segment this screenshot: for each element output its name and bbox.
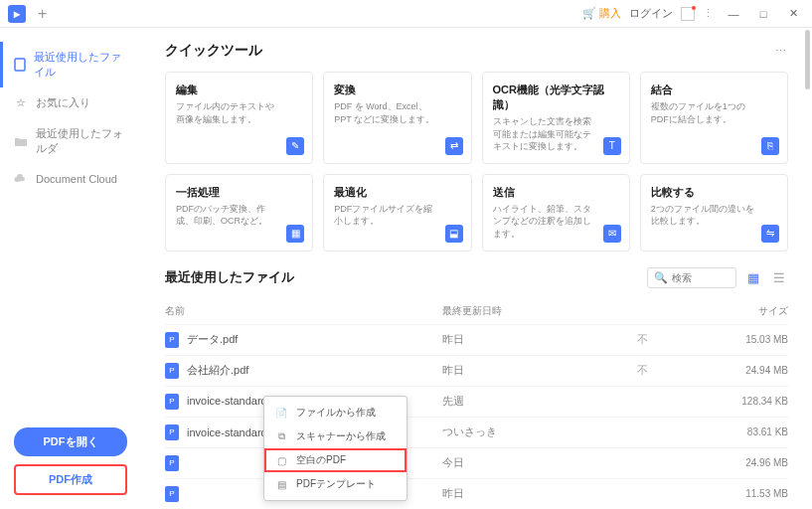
tool-card[interactable]: 変換PDF を Word、Excel、PPT などに変換します。⇄: [323, 72, 471, 164]
pdf-file-icon: P: [165, 455, 179, 471]
tool-card[interactable]: 最適化PDFファイルサイズを縮小します。⬓: [323, 174, 471, 252]
file-row[interactable]: Pinvoice-standard.pdfついさっき83.61 KB: [165, 417, 788, 447]
sidebar-item-favorites[interactable]: ☆ お気に入り: [0, 87, 141, 118]
file-date: 今日: [442, 455, 608, 470]
menu-item-label: 空白のPDF: [296, 453, 346, 467]
file-row[interactable]: P昨日11.53 MB: [165, 478, 788, 509]
scanner-icon: ⧉: [274, 429, 288, 443]
file-pin: 不: [608, 332, 678, 347]
open-pdf-button[interactable]: PDFを開く: [14, 427, 127, 456]
tool-desc: スキャンした文書を検索可能または編集可能なテキストに変換します。: [493, 115, 619, 153]
content-area: クイックツール ⋯ 編集ファイル内のテキストや画像を編集します。✎変換PDF を…: [141, 28, 812, 509]
tool-icon: ✎: [286, 137, 304, 155]
file-pin: 不: [608, 363, 678, 378]
app-logo: ▸: [8, 5, 26, 23]
file-row[interactable]: Pデータ.pdf昨日不15.03 MB: [165, 324, 788, 355]
tool-card[interactable]: 比較する2つのファイル間の違いを比較します。⇋: [640, 174, 788, 252]
pdf-file-icon: P: [165, 332, 179, 348]
sidebar-item-label: 最近使用したファイル: [34, 50, 127, 80]
menu-item-from-file[interactable]: 📄 ファイルから作成: [264, 401, 406, 424]
new-tab-button[interactable]: +: [38, 5, 47, 23]
pdf-file-icon: P: [165, 486, 179, 502]
tool-card[interactable]: 編集ファイル内のテキストや画像を編集します。✎: [165, 72, 313, 164]
search-icon: 🔍: [654, 271, 668, 284]
template-icon: ▤: [274, 477, 288, 491]
blank-page-icon: ▢: [274, 453, 288, 467]
tool-card[interactable]: OCR機能（光学文字認識）スキャンした文書を検索可能または編集可能なテキストに変…: [482, 72, 630, 164]
tool-card[interactable]: 送信ハイライト、鉛筆、スタンプなどの注釈を追加します。✉: [482, 174, 630, 252]
recent-files-title: 最近使用したファイル: [165, 268, 294, 286]
sidebar-item-document-cloud[interactable]: Document Cloud: [0, 164, 141, 194]
maximize-button[interactable]: □: [752, 3, 774, 25]
file-list: Pデータ.pdf昨日不15.03 MBP会社紹介.pdf昨日不24.94 MBP…: [165, 324, 788, 509]
sidebar-item-label: お気に入り: [36, 95, 90, 110]
pdf-file-icon: P: [165, 424, 179, 440]
pdf-file-icon: P: [165, 363, 179, 379]
file-date: 昨日: [442, 363, 608, 378]
tool-title: 編集: [176, 83, 302, 97]
file-size: 128.34 KB: [678, 396, 788, 407]
tool-title: 比較する: [651, 185, 777, 200]
menu-item-blank-pdf[interactable]: ▢ 空白のPDF: [264, 448, 406, 472]
cloud-icon: [14, 172, 28, 186]
folder-icon: [14, 134, 28, 148]
svg-rect-0: [15, 59, 25, 71]
search-box[interactable]: 🔍: [647, 267, 736, 288]
tool-card[interactable]: 結合複数のファイルを1つのPDFに結合します。⎘: [640, 72, 788, 164]
tool-desc: ハイライト、鉛筆、スタンプなどの注釈を追加します。: [493, 203, 619, 241]
file-date: 昨日: [442, 486, 608, 501]
file-row[interactable]: Pinvoice-standard-コピー.pdf先週128.34 KB: [165, 386, 788, 417]
tool-desc: 複数のファイルを1つのPDFに結合します。: [651, 100, 777, 125]
file-size: 24.94 MB: [678, 365, 788, 376]
quick-tools-title: クイックツール: [165, 42, 262, 60]
tool-desc: PDFのバッチ変換、作成、印刷、OCRなど。: [176, 203, 302, 228]
sidebar-item-recent-folders[interactable]: 最近使用したフォルダ: [0, 118, 141, 164]
sidebar-item-recent-files[interactable]: 最近使用したファイル: [0, 42, 141, 87]
cart-icon: 🛒: [582, 7, 596, 20]
login-link[interactable]: ログイン: [629, 6, 673, 21]
col-pin: [608, 304, 678, 318]
file-date: 先週: [442, 394, 608, 409]
file-name: データ.pdf: [187, 332, 238, 347]
buy-label: 購入: [599, 6, 621, 21]
titlebar: ▸ + 🛒 購入 ログイン ⋮ — □ ✕: [0, 0, 812, 28]
tool-icon: ▦: [286, 225, 304, 243]
file-date: ついさっき: [442, 424, 608, 439]
file-row[interactable]: P今日24.96 MB: [165, 447, 788, 478]
sidebar-item-label: 最近使用したフォルダ: [36, 126, 127, 156]
tool-icon: ⇋: [761, 225, 779, 243]
tools-grid: 編集ファイル内のテキストや画像を編集します。✎変換PDF を Word、Exce…: [165, 72, 788, 252]
tool-icon: ⇄: [445, 137, 463, 155]
tool-card[interactable]: 一括処理PDFのバッチ変換、作成、印刷、OCRなど。▦: [165, 174, 313, 252]
notification-icon[interactable]: [681, 7, 695, 21]
pdf-file-icon: P: [165, 394, 179, 410]
col-date: 最終更新日時: [442, 304, 608, 318]
file-size: 15.03 MB: [678, 334, 788, 345]
col-name: 名前: [165, 304, 442, 318]
file-date: 昨日: [442, 332, 608, 347]
menu-item-pdf-template[interactable]: ▤ PDFテンプレート: [264, 472, 406, 496]
search-input[interactable]: [672, 272, 731, 283]
tool-icon: T: [603, 137, 621, 155]
grid-view-button[interactable]: ▦: [744, 268, 762, 286]
document-icon: [14, 58, 26, 72]
more-menu[interactable]: ⋮: [703, 7, 715, 20]
create-pdf-menu: 📄 ファイルから作成 ⧉ スキャナーから作成 ▢ 空白のPDF ▤ PDFテンプ…: [263, 396, 407, 501]
buy-button[interactable]: 🛒 購入: [582, 6, 621, 21]
tool-icon: ✉: [603, 225, 621, 243]
sidebar-item-label: Document Cloud: [36, 173, 117, 185]
file-icon: 📄: [274, 406, 288, 420]
create-pdf-button[interactable]: PDF作成: [14, 464, 127, 495]
more-tools-button[interactable]: ⋯: [775, 45, 788, 58]
tool-title: 変換: [334, 83, 460, 97]
list-view-button[interactable]: ☰: [770, 268, 788, 286]
tool-title: 一括処理: [176, 185, 302, 200]
scrollbar[interactable]: [805, 30, 810, 89]
file-row[interactable]: P会社紹介.pdf昨日不24.94 MB: [165, 355, 788, 386]
tool-title: 結合: [651, 83, 777, 97]
minimize-button[interactable]: —: [723, 3, 744, 25]
close-button[interactable]: ✕: [782, 3, 804, 25]
file-size: 11.53 MB: [678, 488, 788, 499]
tool-title: OCR機能（光学文字認識）: [493, 83, 619, 112]
menu-item-from-scanner[interactable]: ⧉ スキャナーから作成: [264, 424, 406, 448]
